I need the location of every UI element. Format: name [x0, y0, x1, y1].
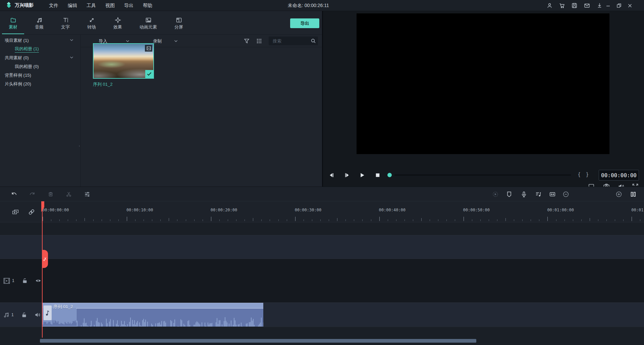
timeline-empty-lane-upper[interactable] — [0, 222, 644, 235]
mixer-icon[interactable] — [535, 191, 541, 197]
effects-icon — [115, 17, 121, 23]
split-icon — [176, 17, 182, 23]
eye-icon[interactable] — [35, 278, 41, 284]
chevron-down-icon[interactable] — [70, 56, 73, 59]
zoom-in-icon[interactable] — [616, 191, 622, 197]
play-button[interactable] — [359, 172, 365, 178]
redo-icon[interactable] — [29, 191, 35, 197]
restore-icon[interactable] — [616, 3, 622, 8]
film-icon — [145, 45, 152, 52]
video-viewport — [357, 13, 609, 154]
voiceover-icon[interactable] — [521, 191, 527, 197]
delete-icon[interactable] — [48, 191, 54, 197]
timeline-empty-lane[interactable] — [0, 235, 644, 259]
render-preview-icon[interactable] — [492, 191, 498, 197]
cart-icon[interactable] — [559, 3, 565, 8]
sidebar-item-background-samples[interactable]: 背景样例 (15) — [0, 71, 80, 80]
zoom-out-icon[interactable] — [563, 191, 569, 197]
tab-audio[interactable]: 音频 — [26, 11, 52, 35]
record-button[interactable]: 录制 — [153, 35, 162, 47]
ruler-tick — [388, 219, 388, 221]
speaker-icon[interactable] — [35, 312, 41, 318]
next-frame-button[interactable] — [344, 172, 350, 178]
ruler-tick — [573, 219, 573, 221]
preview-panel: { } 00:00:00:00 — [323, 11, 644, 187]
scrubber-dot-icon[interactable] — [387, 173, 392, 177]
close-icon[interactable] — [628, 3, 632, 8]
ruler-tick — [362, 219, 363, 221]
audio-clip-sequence[interactable]: 序列 01_2 — [43, 303, 263, 327]
menu-help[interactable]: 帮助 — [143, 3, 152, 9]
tab-split-screen[interactable]: 分屏 — [166, 11, 192, 35]
fit-timeline-icon[interactable] — [549, 191, 555, 197]
lock-open-icon[interactable] — [21, 312, 27, 318]
timeline-ruler[interactable]: 00:00:00:0000:00:10:0000:00:20:0000:00:3… — [0, 201, 644, 222]
search-input[interactable] — [272, 38, 311, 44]
sidebar-item-my-album-0[interactable]: 我的相册 (0) — [0, 62, 80, 71]
grid-icon[interactable] — [257, 39, 262, 44]
tab-text[interactable]: 文字 — [52, 11, 78, 35]
ruler-tick — [606, 219, 607, 221]
adjust-icon[interactable] — [84, 191, 90, 197]
mark-out-button[interactable]: } — [586, 171, 588, 178]
ruler-tick — [245, 219, 245, 221]
chevron-down-icon[interactable] — [174, 40, 178, 43]
seek-bar[interactable] — [394, 175, 571, 176]
chevron-down-icon[interactable] — [126, 40, 129, 43]
tab-elements[interactable]: 动画元素 — [131, 11, 166, 35]
ruler-tick — [169, 218, 169, 221]
ruler-label: 00:00:50:00 — [463, 208, 490, 212]
sidebar-item-project-media[interactable]: 项目素材 (1) — [0, 36, 80, 45]
lock-open-icon[interactable] — [22, 278, 28, 284]
user-icon[interactable] — [547, 3, 552, 8]
search-icon[interactable] — [311, 38, 316, 44]
ruler-tick — [118, 219, 119, 221]
ruler-tick — [127, 217, 127, 221]
save-icon[interactable] — [572, 3, 577, 8]
menu-view[interactable]: 视图 — [105, 3, 115, 9]
ruler-tick — [144, 219, 144, 221]
sidebar-item-intro-samples[interactable]: 片头样例 (20) — [0, 80, 80, 88]
tab-transition[interactable]: 转场 — [78, 11, 105, 35]
tab-media[interactable]: 素材 — [0, 11, 26, 35]
prev-frame-button[interactable] — [328, 172, 334, 178]
menu-export[interactable]: 导出 — [124, 3, 133, 9]
timeline-horizontal-scrollbar[interactable] — [40, 339, 476, 343]
preview-timecode: 00:00:00:00 — [599, 170, 639, 181]
video-track-1[interactable]: 1 — [0, 259, 644, 302]
sidebar-item-shared-media[interactable]: 共用素材 (0) — [0, 54, 80, 62]
mark-in-button[interactable]: { — [578, 171, 580, 178]
film-icon — [3, 278, 10, 284]
add-track-icon[interactable] — [12, 209, 19, 215]
ruler-tick — [85, 218, 85, 221]
download-icon[interactable] — [597, 3, 602, 8]
ruler-tick — [253, 218, 253, 221]
cut-icon[interactable] — [66, 191, 72, 197]
filter-icon[interactable] — [244, 38, 250, 44]
marker-icon[interactable] — [506, 191, 512, 197]
mail-icon[interactable] — [584, 3, 590, 8]
media-thumbnail[interactable] — [93, 43, 154, 79]
stop-button[interactable] — [375, 172, 381, 178]
undo-icon[interactable] — [11, 191, 17, 197]
audio-track-1[interactable]: 1 序列 01_2 — [0, 302, 644, 327]
elements-icon — [145, 17, 152, 23]
ruler-tick — [514, 219, 514, 221]
ruler-tick — [135, 219, 136, 221]
export-button[interactable]: 导出 — [290, 18, 319, 28]
chevron-down-icon[interactable] — [70, 39, 73, 42]
panel-toggle-icon[interactable] — [630, 191, 636, 197]
sidebar-item-my-album-1[interactable]: 我的相册 (1) — [0, 45, 80, 54]
menu-edit[interactable]: 编辑 — [68, 3, 77, 9]
tab-effects[interactable]: 效果 — [105, 11, 131, 35]
menu-file[interactable]: 文件 — [49, 3, 58, 9]
minimize-icon[interactable] — [606, 3, 610, 8]
media-item-sequence[interactable]: 序列 01_2 — [93, 43, 154, 87]
link-icon[interactable] — [28, 209, 35, 215]
ruler-tick — [110, 219, 110, 221]
audio-track-number: 1 — [11, 313, 14, 317]
split-clip-handle[interactable] — [42, 250, 48, 268]
ruler-label: 00:01:10:00 — [631, 208, 644, 212]
menu-tools[interactable]: 工具 — [87, 3, 96, 9]
timeline: 00:00:00:0000:00:10:0000:00:20:0000:00:3… — [0, 201, 644, 345]
